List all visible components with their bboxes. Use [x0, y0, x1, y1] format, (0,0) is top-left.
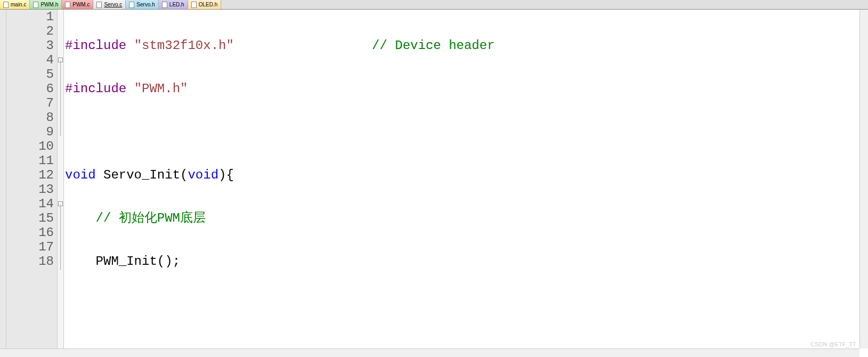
tab-bar: main.c PWM.h PWM.c Servo.c Servo.h LED.h… [0, 0, 868, 10]
file-icon [65, 2, 70, 8]
fold-line [60, 62, 61, 136]
line-number: 10 [6, 139, 54, 153]
line-number: 1 [6, 10, 54, 24]
tab-label: OLED.h [199, 2, 218, 7]
fold-line [60, 206, 61, 270]
code-line-5: // 初始化PWM底层 [64, 211, 868, 225]
fold-toggle[interactable]: - [58, 58, 63, 62]
tab-main-c[interactable]: main.c [0, 0, 30, 9]
tab-label: PWM.h [40, 2, 58, 7]
line-number: 9 [6, 125, 54, 139]
editor-area: 1 2 3 4 5 6 7 8 9 10 11 12 13 14 15 16 1… [0, 10, 868, 357]
horizontal-scrollbar[interactable] [0, 348, 859, 357]
line-number: 6 [6, 82, 54, 96]
tab-pwm-c[interactable]: PWM.c [62, 0, 93, 9]
line-number: 13 [6, 182, 54, 197]
code-line-1: #include "stm32f10x.h" // Device header [64, 38, 868, 53]
tab-label: main.c [11, 2, 26, 7]
tab-servo-h[interactable]: Servo.h [126, 0, 158, 9]
tab-pwm-h[interactable]: PWM.h [30, 0, 62, 9]
code-line-6: PWM_Init(); [64, 254, 868, 269]
line-number: 12 [6, 168, 54, 182]
tab-oled-h[interactable]: OLED.h [188, 0, 222, 9]
fold-margin: - - [58, 10, 64, 357]
tab-label: Servo.c [104, 2, 122, 7]
vertical-scrollbar[interactable] [859, 10, 868, 348]
line-number: 16 [6, 225, 54, 240]
line-number: 14 [6, 197, 54, 211]
line-number: 2 [6, 24, 54, 38]
line-number: 5 [6, 67, 54, 82]
line-number: 15 [6, 211, 54, 225]
file-icon [96, 2, 102, 8]
tab-servo-c[interactable]: Servo.c [93, 0, 126, 9]
file-icon [129, 2, 134, 8]
line-number: 3 [6, 38, 54, 53]
line-number: 7 [6, 96, 54, 110]
file-icon [3, 2, 9, 8]
tab-label: PWM.c [72, 2, 90, 7]
watermark: CSDN @ETF_TT [810, 341, 856, 347]
tab-label: Servo.h [136, 2, 155, 7]
file-icon [33, 2, 38, 8]
line-number-gutter: 1 2 3 4 5 6 7 8 9 10 11 12 13 14 15 16 1… [6, 10, 58, 357]
line-number: 8 [6, 110, 54, 125]
line-number: 17 [6, 240, 54, 254]
file-icon [191, 2, 197, 8]
code-line-7 [64, 297, 868, 312]
fold-toggle[interactable]: - [58, 201, 63, 206]
line-number: 18 [6, 254, 54, 269]
margin-area [0, 10, 6, 357]
code-line-4: void Servo_Init(void){ [64, 168, 868, 182]
code-area[interactable]: #include "stm32f10x.h" // Device header … [64, 10, 868, 357]
line-number: 4 [6, 53, 54, 67]
tab-label: LED.h [169, 2, 184, 7]
code-line-3 [64, 125, 868, 139]
file-icon [162, 2, 167, 8]
line-number: 11 [6, 153, 54, 168]
code-line-2: #include "PWM.h" [64, 82, 868, 96]
tab-led-h[interactable]: LED.h [159, 0, 188, 9]
